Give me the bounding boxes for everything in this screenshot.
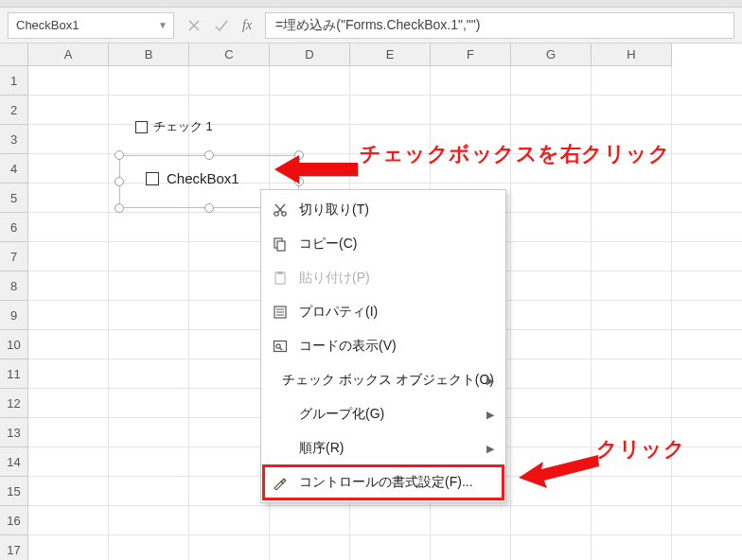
spreadsheet-grid[interactable]: A B C D E F G H 1 2 3 4 5 6 7 8 9 10 11 … [0,44,742,560]
ctx-properties[interactable]: プロパティ(I) [263,295,504,329]
row-header[interactable]: 7 [0,242,28,271]
arrow-icon [519,448,600,492]
ctx-label: グループ化(G) [299,406,384,423]
checkbox-icon [135,121,148,133]
ctx-paste: 貼り付け(P) [263,261,504,295]
row-header[interactable]: 15 [0,477,28,506]
row-header[interactable]: 9 [0,301,28,330]
ctx-format-control[interactable]: コントロールの書式設定(F)... [263,465,504,499]
row-header[interactable]: 6 [0,213,28,242]
ctx-order[interactable]: 順序(R) ▶ [263,431,504,465]
select-all-corner[interactable] [0,44,28,66]
row-header[interactable]: 16 [0,506,28,535]
col-header[interactable]: B [109,44,189,66]
name-box[interactable]: CheckBox1 ▼ [8,12,174,39]
cancel-icon[interactable] [187,19,201,32]
col-header[interactable]: C [189,44,270,66]
annotation-rightclick: チェックボックスを右クリック [360,140,670,168]
row-header[interactable]: 17 [0,535,28,560]
resize-handle[interactable] [115,150,124,160]
ctx-cut[interactable]: 切り取り(T) [263,193,504,227]
name-box-value: CheckBox1 [16,18,79,32]
paste-icon [271,269,290,288]
row-header[interactable]: 12 [0,389,28,418]
ctx-label: 順序(R) [299,440,344,457]
row-header[interactable]: 5 [0,184,28,213]
chevron-right-icon: ▶ [486,375,494,387]
svg-rect-5 [277,271,283,274]
checkbox-label: チェック 1 [153,118,213,135]
code-icon [271,337,290,356]
context-menu: 切り取り(T) コピー(C) 貼り付け(P) プロパティ(I) コードの表示(V… [260,189,506,503]
ctx-label: コードの表示(V) [299,338,397,355]
column-headers: A B C D E F G H [28,44,672,66]
copy-icon [271,235,290,254]
formula-value: =埋め込み("Forms.CheckBox.1","") [275,17,480,34]
row-header[interactable]: 8 [0,271,28,301]
row-header[interactable]: 4 [0,154,28,184]
ctx-group[interactable]: グループ化(G) ▶ [263,397,504,431]
scissors-icon [271,201,290,219]
formula-input[interactable]: =埋め込み("Forms.CheckBox.1","") [265,12,734,39]
resize-handle[interactable] [204,150,214,160]
activex-checkbox-label: CheckBox1 [167,170,239,186]
ctx-label: 切り取り(T) [299,201,369,219]
titlebar-stub [0,0,742,8]
formula-bar: CheckBox1 ▼ fx =埋め込み("Forms.CheckBox.1",… [0,8,742,44]
ctx-view-code[interactable]: コードの表示(V) [263,329,504,363]
col-header[interactable]: A [28,44,109,66]
name-box-dropdown-icon[interactable]: ▼ [158,20,168,30]
svg-marker-9 [274,155,358,184]
ctx-checkbox-object[interactable]: チェック ボックス オブジェクト(O) ▶ [263,363,504,397]
resize-handle[interactable] [204,203,214,213]
svg-marker-10 [519,455,599,488]
svg-rect-3 [277,241,285,251]
col-header[interactable]: F [431,44,511,66]
row-header[interactable]: 14 [0,447,28,477]
ctx-label: プロパティ(I) [299,304,378,321]
ctx-label: チェック ボックス オブジェクト(O) [282,372,494,389]
format-icon [271,473,290,492]
ctx-label: コントロールの書式設定(F)... [299,474,473,491]
checkbox-icon [146,172,159,185]
col-header[interactable]: G [511,44,592,66]
row-header[interactable]: 3 [0,125,28,154]
resize-handle[interactable] [115,177,124,186]
enter-icon[interactable] [214,19,229,32]
row-headers: 1 2 3 4 5 6 7 8 9 10 11 12 13 14 15 16 1… [0,66,28,560]
properties-icon [271,303,290,322]
resize-handle[interactable] [115,203,124,213]
row-header[interactable]: 1 [0,66,28,96]
col-header[interactable]: H [592,44,672,66]
col-header[interactable]: E [350,44,431,66]
row-header[interactable]: 2 [0,96,28,125]
formula-bar-buttons: fx [182,18,257,33]
col-header[interactable]: D [270,44,350,66]
ctx-copy[interactable]: コピー(C) [263,227,504,261]
activex-checkbox-content: CheckBox1 [146,170,239,186]
row-header[interactable]: 10 [0,330,28,359]
ctx-label: 貼り付け(P) [299,270,370,287]
checkbox-form-control[interactable]: チェック 1 [135,118,213,135]
chevron-right-icon: ▶ [486,409,494,421]
chevron-right-icon: ▶ [486,443,494,455]
fx-icon[interactable]: fx [242,18,252,33]
ctx-label: コピー(C) [299,236,357,253]
annotation-click: クリック [596,435,685,464]
row-header[interactable]: 11 [0,359,28,389]
row-header[interactable]: 13 [0,418,28,447]
arrow-icon [274,148,360,191]
